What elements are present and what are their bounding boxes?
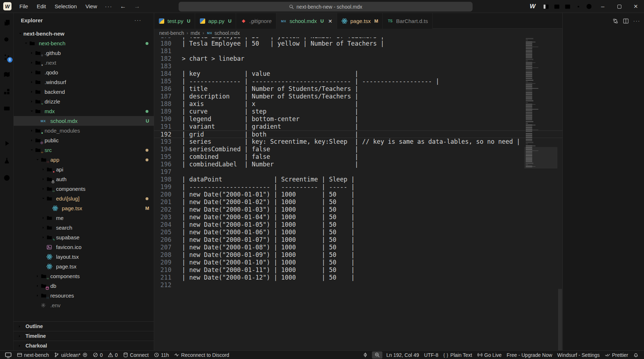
- code-line-202[interactable]: 202| new Date("2000-01-03") | 1000 | 50 …: [154, 206, 562, 213]
- section-outline[interactable]: Outline: [14, 321, 154, 331]
- code-line-211[interactable]: 211| new Date("2000-01-12") | 1000 | 50 …: [154, 274, 562, 281]
- code-line-194[interactable]: 194| seriesCombined | false |: [154, 146, 562, 153]
- tree-item-env[interactable]: .env: [14, 300, 154, 310]
- scrollbar-thumb[interactable]: [558, 289, 562, 350]
- activity-remote-icon[interactable]: [1, 103, 13, 115]
- errors[interactable]: 0: [90, 351, 105, 359]
- code-line-195[interactable]: 195| combined | false |: [154, 153, 562, 161]
- status-plug[interactable]: [360, 351, 371, 359]
- code-line-196[interactable]: 196| combinedLabel | Number |: [154, 161, 562, 168]
- menu-overflow-button[interactable]: ···: [101, 3, 116, 9]
- code-line-204[interactable]: 204| new Date("2000-01-05") | 1000 | 50 …: [154, 221, 562, 229]
- breadcrumb-item-mdx[interactable]: mdx: [190, 30, 200, 36]
- code-line-199[interactable]: 199| ---------------------- | ----------…: [154, 183, 562, 191]
- code-line-183[interactable]: 183: [154, 63, 562, 70]
- tab-gitignore[interactable]: ◆.gitignore: [236, 13, 276, 29]
- toggle-left-panel-icon[interactable]: [540, 0, 551, 13]
- time-tracker[interactable]: 11h: [151, 351, 171, 359]
- code-line-189[interactable]: 189| curve | step |: [154, 108, 562, 115]
- sidebar-more-actions[interactable]: ···: [134, 17, 142, 23]
- tab-page-tsx[interactable]: page.tsxM: [337, 13, 383, 29]
- code-line-185[interactable]: 185| -------------- | ------------------…: [154, 78, 562, 85]
- language-mode[interactable]: { }Plain Text: [441, 351, 475, 359]
- compare-icon[interactable]: [612, 18, 618, 24]
- tree-item-drizzle[interactable]: ≈drizzle: [14, 97, 154, 106]
- tree-item-search[interactable]: search: [14, 223, 154, 233]
- tree-item-resources[interactable]: ∷resources: [14, 291, 154, 300]
- code-line-179[interactable]: 179| Tesla Employee | 50 | yellow | Numb…: [154, 37, 562, 40]
- menu-edit[interactable]: Edit: [32, 0, 50, 13]
- code-line-212[interactable]: 212: [154, 281, 562, 289]
- tree-item-me[interactable]: me: [14, 213, 154, 223]
- tree-item-favicon-ico[interactable]: favicon.ico: [14, 242, 154, 252]
- code-line-187[interactable]: 187| description | Number of Students/Te…: [154, 93, 562, 100]
- menu-view[interactable]: View: [81, 0, 101, 13]
- tree-item-components[interactable]: ‹›components: [14, 271, 154, 281]
- code-line-197[interactable]: 197: [154, 168, 562, 176]
- vertical-scrollbar[interactable]: [558, 37, 562, 350]
- activity-search-icon[interactable]: [1, 34, 13, 46]
- breadcrumb-item-next-bench[interactable]: next-bench: [159, 30, 184, 36]
- more-icon[interactable]: ···: [633, 18, 640, 24]
- code-line-210[interactable]: 210| new Date("2000-01-11") | 1000 | 50 …: [154, 266, 562, 274]
- tree-item-backend[interactable]: backend: [14, 87, 154, 97]
- tree-item-next[interactable]: ●.next: [14, 58, 154, 68]
- connect[interactable]: Connect: [120, 351, 151, 359]
- code-line-191[interactable]: 191| variant | gradient |: [154, 123, 562, 130]
- menu-file[interactable]: File: [15, 0, 32, 13]
- close-button[interactable]: ✕: [627, 0, 644, 13]
- activity-github-icon[interactable]: [1, 172, 13, 184]
- activity-design-icon[interactable]: [1, 120, 13, 132]
- breadcrumb[interactable]: next-bench›mdx›MXschool.mdx: [154, 29, 562, 37]
- tree-item-src[interactable]: ‹›src: [14, 145, 154, 155]
- toggle-right-panel-icon[interactable]: [562, 0, 573, 13]
- upgrade[interactable]: Free - Upgrade Now: [504, 351, 555, 359]
- code-line-181[interactable]: 181: [154, 47, 562, 55]
- split-columns-icon[interactable]: [623, 18, 629, 24]
- minimize-button[interactable]: ─: [594, 0, 611, 13]
- tree-item-page-tsx[interactable]: page.tsx: [14, 262, 154, 271]
- tree-item-app[interactable]: ∷app: [14, 155, 154, 165]
- nav-forward-button[interactable]: →: [130, 3, 144, 10]
- code-line-192[interactable]: 192| grid | both |: [154, 130, 562, 138]
- tree-item-edu-slug[interactable]: edu\[slug]: [14, 194, 154, 203]
- activity-testing-icon[interactable]: [1, 155, 13, 167]
- tree-item-next-bench[interactable]: next-bench: [14, 38, 154, 48]
- code-line-188[interactable]: 188| axis | x |: [154, 100, 562, 108]
- code-line-198[interactable]: 198| dataPoint | Screentime | Sleep |: [154, 176, 562, 183]
- discord[interactable]: Reconnect to Discord: [171, 351, 232, 359]
- code-editor[interactable]: 179| Tesla Employee | 50 | yellow | Numb…: [154, 37, 562, 350]
- code-line-203[interactable]: 203| new Date("2000-01-04") | 1000 | 50 …: [154, 213, 562, 221]
- section-timeline[interactable]: Timeline: [14, 331, 154, 341]
- tree-item-public[interactable]: ◎public: [14, 135, 154, 145]
- maximize-button[interactable]: [611, 0, 627, 13]
- tree-item-page-tsx[interactable]: page.tsxM: [14, 203, 154, 213]
- tab-barchart-d-ts[interactable]: TSBarChart.d.ts: [383, 13, 432, 29]
- tree-item-windsurf[interactable]: .windsurf: [14, 77, 154, 87]
- activity-run-debug-icon[interactable]: [1, 137, 13, 149]
- code-line-190[interactable]: 190| legend | bottom-center |: [154, 115, 562, 123]
- account-icon[interactable]: [584, 0, 594, 13]
- tree-item-qodo[interactable]: .qodo: [14, 68, 154, 77]
- tab-test-py[interactable]: test.pyU: [154, 13, 195, 29]
- cursor-position[interactable]: Ln 192, Col 49: [384, 351, 422, 359]
- tree-item-api[interactable]: ●api: [14, 165, 154, 174]
- activity-explorer-icon[interactable]: [1, 17, 13, 29]
- activity-extensions-icon[interactable]: [1, 86, 13, 98]
- git-branch[interactable]: ui/clean*: [51, 351, 90, 359]
- code-line-193[interactable]: 193| series | key: Screentime, key:Sleep…: [154, 138, 562, 146]
- code-line-209[interactable]: 209| new Date("2000-01-10") | 1000 | 50 …: [154, 259, 562, 266]
- menu-selection[interactable]: Selection: [50, 0, 81, 13]
- tree-item-supabase[interactable]: ϟsupabase: [14, 233, 154, 242]
- code-line-180[interactable]: 180| Tesla Employee | 50 | yellow | Numb…: [154, 40, 562, 47]
- go-live[interactable]: Go Live: [475, 351, 504, 359]
- breadcrumb-item-school-mdx[interactable]: MXschool.mdx: [207, 30, 240, 36]
- workspace-name[interactable]: next-bench: [14, 351, 51, 359]
- code-line-200[interactable]: 200| new Date("2000-01-01") | 1000 | 50 …: [154, 191, 562, 198]
- tab-school-mdx[interactable]: MXschool.mdxU✕: [276, 13, 337, 29]
- code-line-201[interactable]: 201| new Date("2000-01-02") | 1000 | 50 …: [154, 198, 562, 206]
- code-line-184[interactable]: 184| key | value |: [154, 70, 562, 78]
- zoom-out[interactable]: [372, 351, 382, 359]
- notifications[interactable]: [631, 351, 641, 359]
- tab-close-icon[interactable]: ✕: [328, 18, 332, 24]
